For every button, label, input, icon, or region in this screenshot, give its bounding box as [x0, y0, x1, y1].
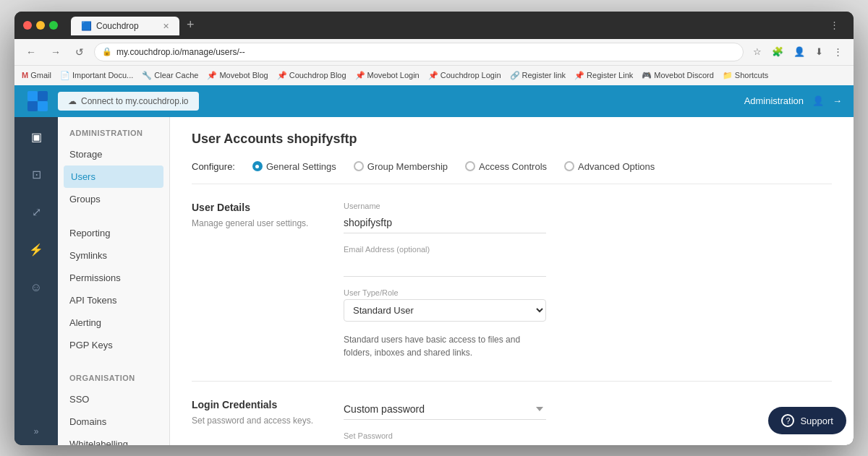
- login-credentials-desc: Set password and access keys.: [192, 415, 322, 427]
- user-details-section: User Details Manage general user setting…: [192, 202, 832, 359]
- window-controls: ⋮: [830, 20, 845, 30]
- bookmark-couchdrop-blog[interactable]: 📌 Couchdrop Blog: [277, 71, 346, 80]
- configure-bar: Configure: General Settings Group Member…: [192, 161, 832, 184]
- couchdrop-blog-icon: 📌: [277, 71, 287, 80]
- register-link-icon: 🔗: [510, 71, 520, 80]
- nav-item-sso[interactable]: SSO: [58, 388, 169, 410]
- username-input[interactable]: [344, 212, 546, 233]
- user-details-info: User Details Manage general user setting…: [192, 202, 322, 359]
- user-type-help-text: Standard users have basic access to file…: [344, 333, 546, 359]
- bookmark-important-docs[interactable]: 📄 Important Docu...: [60, 71, 133, 80]
- password-type-select[interactable]: Custom password SSO Only No Password: [344, 399, 546, 420]
- nav-item-api-tokens[interactable]: API Tokens: [58, 289, 169, 311]
- browser-titlebar: 🟦 Couchdrop ✕ + ⋮: [14, 12, 854, 39]
- tab-group-membership[interactable]: Group Membership: [354, 161, 448, 172]
- movebot-login-icon: 📌: [355, 71, 365, 80]
- nav-item-users[interactable]: Users: [64, 165, 163, 188]
- url-display: my.couchdrop.io/manage/users/--: [116, 47, 245, 57]
- forward-button[interactable]: →: [46, 43, 65, 61]
- close-window-button[interactable]: [23, 21, 32, 30]
- sidebar: ▣ ⊡ ⤢ ⚡ ☺ »: [14, 117, 58, 445]
- page-title: User Accounts shopifysftp: [192, 132, 832, 147]
- maximize-window-button[interactable]: [49, 21, 58, 30]
- bookmark-movebot-blog[interactable]: 📌 Movebot Blog: [207, 71, 268, 80]
- bookmark-register-link2[interactable]: 📌 Register Link: [574, 71, 633, 80]
- sidebar-expand-button[interactable]: »: [34, 426, 39, 436]
- user-details-fields: Username Email Address (optional) User T…: [344, 202, 546, 359]
- svg-rect-0: [27, 91, 38, 101]
- download-button[interactable]: ⬇: [812, 44, 827, 59]
- login-credentials-title: Login Credentials: [192, 399, 322, 410]
- app-body: ▣ ⊡ ⤢ ⚡ ☺ » ADMINISTRATION Storage Users…: [14, 117, 854, 445]
- bookmark-couchdrop-login[interactable]: 📌 Couchdrop Login: [428, 71, 501, 80]
- bookmark-movebot-discord[interactable]: 🎮 Movebot Discord: [642, 71, 714, 80]
- nav-item-storage[interactable]: Storage: [58, 143, 169, 165]
- profile-button[interactable]: 👤: [790, 44, 809, 59]
- new-tab-button[interactable]: +: [181, 14, 200, 35]
- active-tab[interactable]: 🟦 Couchdrop ✕: [71, 17, 179, 35]
- login-credentials-fields: Custom password SSO Only No Password Set…: [344, 399, 546, 445]
- administration-label: Administration: [744, 95, 804, 106]
- username-label: Username: [344, 202, 546, 210]
- login-credentials-section: Login Credentials Set password and acces…: [192, 399, 832, 445]
- nav-item-reporting[interactable]: Reporting: [58, 222, 169, 244]
- bookmark-gmail[interactable]: M Gmail: [22, 71, 51, 79]
- admin-section-title: ADMINISTRATION: [58, 129, 169, 143]
- register-link2-icon: 📌: [574, 71, 584, 80]
- support-button[interactable]: ? Support: [768, 407, 846, 434]
- user-icon[interactable]: 👤: [812, 95, 824, 106]
- minimize-window-button[interactable]: [36, 21, 45, 30]
- nav-item-symlinks[interactable]: Symlinks: [58, 244, 169, 267]
- address-bar[interactable]: 🔒 my.couchdrop.io/manage/users/--: [94, 43, 744, 61]
- tab-close-button[interactable]: ✕: [163, 22, 169, 31]
- set-password-field-group: Set Password: [344, 431, 546, 445]
- advanced-options-radio[interactable]: [564, 161, 574, 171]
- bookmarks-bar: M Gmail 📄 Important Docu... 🔧 Clear Cach…: [14, 65, 854, 85]
- app-logo: [26, 90, 49, 113]
- bookmark-register-link[interactable]: 🔗 Register link: [510, 71, 566, 80]
- nav-item-domains[interactable]: Domains: [58, 410, 169, 433]
- connect-button[interactable]: ☁ Connect to my.couchdrop.io: [58, 92, 199, 111]
- bookmark-shortcuts[interactable]: 📁 Shortcuts: [723, 71, 768, 80]
- sidebar-files-icon[interactable]: ▣: [25, 126, 48, 149]
- main-content: User Accounts shopifysftp Configure: Gen…: [170, 117, 854, 445]
- configure-label: Configure:: [192, 161, 235, 172]
- sidebar-share-icon[interactable]: ⤢: [25, 201, 48, 224]
- nav-item-whitelabelling[interactable]: Whitelabelling: [58, 433, 169, 445]
- app-header: ☁ Connect to my.couchdrop.io Administrat…: [14, 85, 854, 117]
- tab-advanced-options[interactable]: Advanced Options: [564, 161, 655, 172]
- sidebar-inbox-icon[interactable]: ⊡: [25, 163, 48, 186]
- browser-tabs: 🟦 Couchdrop ✕ +: [71, 14, 824, 35]
- email-input[interactable]: [344, 256, 546, 277]
- sidebar-bot-icon[interactable]: ☺: [25, 276, 48, 299]
- nav-item-groups[interactable]: Groups: [58, 188, 169, 210]
- cache-icon: 🔧: [142, 71, 152, 80]
- logout-icon[interactable]: →: [833, 95, 842, 106]
- tab-access-controls[interactable]: Access Controls: [465, 161, 547, 172]
- nav-item-permissions[interactable]: Permissions: [58, 267, 169, 289]
- sidebar-analytics-icon[interactable]: ⚡: [25, 238, 48, 262]
- header-right: Administration 👤 →: [744, 95, 842, 106]
- access-controls-radio[interactable]: [465, 161, 475, 171]
- bookmark-movebot-login[interactable]: 📌 Movebot Login: [355, 71, 420, 80]
- set-password-label: Set Password: [344, 431, 546, 440]
- username-field-group: Username: [344, 202, 546, 233]
- toolbar-actions: ☆ 🧩 👤 ⬇ ⋮: [749, 44, 846, 59]
- back-button[interactable]: ←: [22, 43, 41, 61]
- set-password-input[interactable]: [344, 442, 546, 445]
- group-membership-radio[interactable]: [354, 161, 364, 171]
- extensions-button[interactable]: 🧩: [768, 44, 787, 59]
- user-type-select[interactable]: Standard User Admin: [344, 299, 546, 322]
- nav-panel: ADMINISTRATION Storage Users Groups Repo…: [58, 117, 170, 445]
- nav-item-pgp-keys[interactable]: PGP Keys: [58, 334, 169, 356]
- gmail-icon: M: [22, 71, 28, 79]
- user-details-title: User Details: [192, 202, 322, 213]
- email-field-group: Email Address (optional): [344, 245, 546, 277]
- reload-button[interactable]: ↺: [71, 43, 88, 61]
- nav-item-alerting[interactable]: Alerting: [58, 311, 169, 334]
- bookmark-clear-cache[interactable]: 🔧 Clear Cache: [142, 71, 198, 80]
- menu-button[interactable]: ⋮: [830, 44, 846, 59]
- tab-general-settings[interactable]: General Settings: [252, 161, 336, 172]
- bookmark-button[interactable]: ☆: [749, 44, 765, 59]
- general-settings-radio[interactable]: [252, 161, 263, 171]
